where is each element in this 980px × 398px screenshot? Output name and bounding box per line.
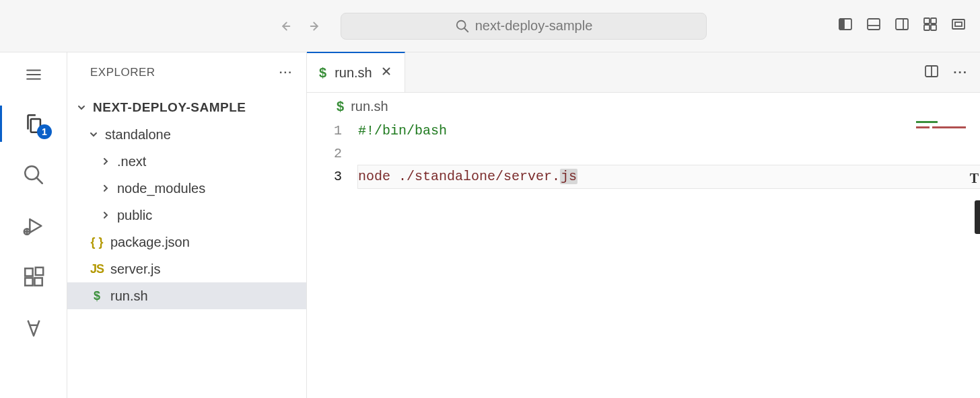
tree-folder-standalone[interactable]: standalone (67, 121, 306, 148)
svg-line-20 (36, 177, 42, 184)
activity-search[interactable] (0, 153, 67, 197)
close-tab-button[interactable] (380, 65, 392, 81)
tree-root-label: NEXT-DEPLOY-SAMPLE (93, 100, 246, 115)
fullscreen-icon[interactable] (950, 16, 967, 36)
explorer-sidebar: EXPLORER ··· NEXT-DEPLOY-SAMPLE standalo… (67, 52, 307, 398)
code-token: #!/bin/bash (358, 123, 447, 138)
svg-rect-13 (931, 25, 936, 30)
svg-marker-21 (30, 219, 41, 233)
activity-aws[interactable] (0, 306, 67, 350)
tree-item-label: server.js (110, 262, 160, 277)
tree-file-server-js[interactable]: JS server.js (67, 255, 306, 282)
js-file-icon: JS (89, 262, 105, 276)
svg-rect-11 (931, 18, 936, 24)
tab-bar: $ run.sh ··· (307, 52, 980, 93)
tree-item-label: public (117, 208, 152, 223)
code-line-current[interactable]: 3 node ./standalone/server.js (307, 165, 980, 188)
layout-controls (837, 16, 967, 36)
chevron-down-icon (75, 102, 88, 113)
minimap-mark (932, 126, 966, 128)
menu-button[interactable] (25, 62, 42, 95)
svg-rect-25 (25, 268, 32, 276)
svg-rect-14 (952, 19, 965, 29)
editor-area: $ run.sh ··· $ run.sh 1 #!/bin/bash 2 (307, 52, 980, 398)
activity-bar: 1 (0, 52, 67, 398)
svg-rect-8 (896, 19, 908, 30)
minimap-mark (916, 126, 930, 128)
svg-rect-26 (25, 278, 32, 285)
tree-item-label: standalone (105, 127, 171, 143)
toggle-secondary-sidebar-icon[interactable] (894, 16, 910, 36)
explorer-more-button[interactable]: ··· (279, 66, 293, 79)
go-forward-button[interactable] (307, 17, 324, 35)
title-bar: next-deploy-sample (0, 0, 980, 52)
activity-explorer[interactable]: 1 (0, 102, 67, 146)
code-token: ./standalone/server. (390, 169, 560, 184)
svg-line-3 (464, 28, 468, 32)
split-editor-button[interactable] (923, 63, 940, 83)
shell-file-icon: $ (337, 99, 344, 114)
tree-item-label: .next (117, 154, 146, 169)
tree-folder-next[interactable]: .next (67, 148, 306, 175)
tree-file-package-json[interactable]: { } package.json (67, 229, 306, 255)
tree-folder-node-modules[interactable]: node_modules (67, 175, 306, 202)
editor-more-button[interactable]: ··· (953, 65, 968, 80)
activity-run-debug[interactable] (0, 204, 67, 248)
svg-rect-27 (34, 278, 42, 285)
editor-actions: ··· (923, 52, 968, 93)
nav-arrows (276, 17, 324, 35)
line-number: 3 (307, 165, 358, 188)
editor-tab-run-sh[interactable]: $ run.sh (307, 52, 405, 92)
command-center-search[interactable]: next-deploy-sample (341, 13, 707, 40)
chevron-right-icon (100, 210, 112, 221)
shell-file-icon: $ (319, 65, 326, 81)
explorer-badge: 1 (37, 124, 52, 139)
tree-item-label: node_modules (117, 181, 205, 196)
minimap-cursor-icon: T (970, 171, 979, 186)
breadcrumb[interactable]: $ run.sh (307, 93, 980, 120)
tree-root[interactable]: NEXT-DEPLOY-SAMPLE (67, 94, 306, 121)
svg-rect-10 (924, 18, 930, 24)
code-editor[interactable]: 1 #!/bin/bash 2 3 node ./standalone/serv… (307, 120, 980, 398)
explorer-header: EXPLORER ··· (67, 52, 306, 93)
customize-layout-icon[interactable] (922, 16, 938, 36)
explorer-title: EXPLORER (90, 66, 155, 79)
toggle-panel-icon[interactable] (866, 16, 882, 36)
svg-rect-28 (35, 268, 42, 275)
json-file-icon: { } (89, 235, 105, 249)
minimap[interactable]: T (909, 120, 980, 398)
tab-label: run.sh (335, 65, 372, 81)
shell-file-icon: $ (89, 289, 105, 303)
command-center-label: next-deploy-sample (475, 18, 593, 34)
code-selection: js (560, 169, 578, 184)
chevron-down-icon (88, 129, 100, 140)
breadcrumb-file: run.sh (351, 99, 388, 114)
svg-rect-6 (868, 19, 880, 30)
chevron-right-icon (100, 183, 112, 194)
code-line[interactable]: 2 (307, 143, 980, 165)
tree-file-run-sh[interactable]: $ run.sh (67, 282, 306, 309)
svg-rect-5 (839, 19, 844, 30)
code-token: node (358, 169, 390, 184)
file-tree: NEXT-DEPLOY-SAMPLE standalone .next node… (67, 93, 306, 309)
chevron-right-icon (100, 156, 112, 167)
svg-rect-15 (955, 22, 962, 26)
main-area: 1 EXPLORER ··· NEXT-DEPLOY-SAMPLE s (0, 52, 980, 398)
minimap-mark (916, 121, 938, 123)
tree-item-label: package.json (110, 235, 190, 250)
line-number: 1 (307, 120, 358, 143)
svg-rect-12 (924, 25, 930, 30)
go-back-button[interactable] (276, 17, 293, 35)
toggle-primary-sidebar-icon[interactable] (837, 16, 853, 36)
activity-extensions[interactable] (0, 255, 67, 299)
tree-folder-public[interactable]: public (67, 202, 306, 229)
tree-item-label: run.sh (110, 288, 148, 304)
code-line[interactable]: 1 #!/bin/bash (307, 120, 980, 143)
line-number: 2 (307, 143, 358, 165)
